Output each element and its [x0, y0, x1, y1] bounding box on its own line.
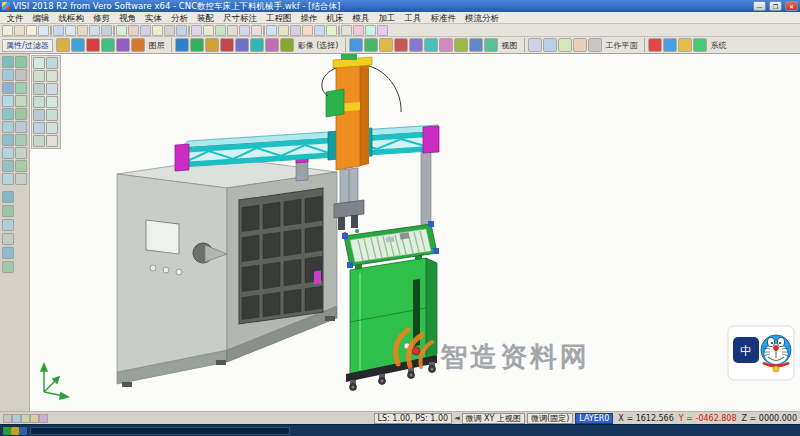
sidebar-tool-icon[interactable] [2, 82, 14, 94]
sidebar-tool-icon[interactable] [2, 160, 14, 172]
prompt-icon[interactable] [19, 427, 27, 435]
palette-tool-icon[interactable] [46, 70, 58, 82]
toolbar-icon[interactable] [215, 25, 226, 36]
menu-item[interactable]: 操作 [296, 12, 322, 24]
sidebar-tool-icon[interactable] [15, 82, 27, 94]
toolbar-icon[interactable] [239, 25, 250, 36]
toolbar-icon[interactable] [128, 25, 139, 36]
toolbar-icon[interactable] [469, 38, 483, 52]
menu-item[interactable]: 模具 [348, 12, 374, 24]
toolbar-icon[interactable] [573, 38, 587, 52]
sidebar-tool-icon[interactable] [2, 108, 14, 120]
toolbar-icon[interactable] [394, 38, 408, 52]
toolbar-icon[interactable] [140, 25, 151, 36]
sidebar-tool-icon[interactable] [15, 121, 27, 133]
toolbar-icon[interactable] [693, 38, 707, 52]
menu-item[interactable]: 修剪 [89, 12, 115, 24]
toolbar-icon[interactable] [101, 25, 112, 36]
menu-item[interactable]: 标准件 [426, 12, 461, 24]
toolbar-icon[interactable] [302, 25, 313, 36]
palette-tool-icon[interactable] [46, 122, 58, 134]
toolbar-icon[interactable] [409, 38, 423, 52]
toolbar-icon[interactable] [265, 38, 279, 52]
toolbar-icon[interactable] [227, 25, 238, 36]
menu-item[interactable]: 分析 [167, 12, 193, 24]
toolbar-icon[interactable] [53, 25, 64, 36]
scene-canvas[interactable]: 智造资料网 中 [30, 54, 800, 411]
toolbar-icon[interactable] [26, 25, 37, 36]
sidebar-tool-icon[interactable] [2, 147, 14, 159]
sidebar-tool-icon[interactable] [15, 173, 27, 185]
palette-tool-icon[interactable] [33, 109, 45, 121]
toolbar-icon[interactable] [152, 25, 163, 36]
nudge-mode-selector[interactable]: 微调 XY 上视图 [462, 413, 525, 424]
palette-tool-icon[interactable] [33, 70, 45, 82]
toolbar-icon[interactable] [290, 25, 301, 36]
toolbar-icon[interactable] [588, 38, 602, 52]
toolbar-icon[interactable] [379, 38, 393, 52]
toolbar-icon[interactable] [116, 25, 127, 36]
status-icon[interactable] [39, 414, 48, 423]
toolbar-icon[interactable] [263, 25, 265, 36]
menu-item[interactable]: 尺寸标注 [219, 12, 262, 24]
sidebar-tool-icon[interactable] [15, 134, 27, 146]
sidebar-tool-icon[interactable] [2, 95, 14, 107]
toolbar-icon[interactable] [484, 38, 498, 52]
toolbar-icon[interactable] [314, 25, 325, 36]
toolbar-icon[interactable] [365, 25, 376, 36]
sidebar-tool-icon[interactable] [2, 191, 14, 203]
status-icon[interactable] [12, 414, 21, 423]
status-icon[interactable] [21, 414, 30, 423]
sidebar-tool-icon[interactable] [2, 233, 14, 245]
palette-tool-icon[interactable] [46, 57, 58, 69]
nudge-fixed-selector[interactable]: 微调(固定) [527, 413, 573, 424]
minimize-button[interactable]: — [753, 1, 766, 11]
maximize-button[interactable]: ❐ [769, 1, 782, 11]
sidebar-tool-icon[interactable] [15, 95, 27, 107]
sidebar-tool-icon[interactable] [2, 261, 14, 273]
toolbar-icon[interactable] [14, 25, 25, 36]
status-icon[interactable] [30, 414, 39, 423]
menu-item[interactable]: 模流分析 [461, 12, 504, 24]
toolbar-icon[interactable] [439, 38, 453, 52]
collapse-arrow-icon[interactable]: ◄ [454, 414, 459, 422]
toolbar-icon[interactable] [175, 38, 189, 52]
toolbar-icon[interactable] [235, 38, 249, 52]
menu-item[interactable]: 实体 [141, 12, 167, 24]
active-layer-chip[interactable]: LAYER0 [575, 413, 613, 424]
toolbar-icon[interactable] [528, 38, 542, 52]
toolbar-icon[interactable] [266, 25, 277, 36]
toolbar-icon[interactable] [116, 38, 130, 52]
menu-item[interactable]: 视角 [115, 12, 141, 24]
toolbar-icon[interactable] [188, 25, 190, 36]
toolbar-icon[interactable] [38, 25, 49, 36]
properties-filter-tab[interactable]: 属性/过滤器 [2, 39, 53, 52]
menu-item[interactable]: 工程图 [262, 12, 297, 24]
status-icon[interactable] [3, 414, 12, 423]
palette-tool-icon[interactable] [46, 96, 58, 108]
menu-item[interactable]: 加工 [374, 12, 400, 24]
toolbar-icon[interactable] [89, 25, 100, 36]
palette-tool-icon[interactable] [46, 109, 58, 121]
prompt-icon[interactable] [3, 427, 11, 435]
toolbar-icon[interactable] [101, 38, 115, 52]
toolbar-icon[interactable] [250, 38, 264, 52]
toolbar-icon[interactable] [326, 25, 337, 36]
toolbar-icon[interactable] [50, 25, 52, 36]
cnc-machine-model[interactable] [117, 158, 337, 387]
toolbar-icon[interactable] [220, 38, 234, 52]
menu-item[interactable]: 编辑 [28, 12, 54, 24]
palette-tool-icon[interactable] [33, 135, 45, 147]
toolbar-icon[interactable] [205, 38, 219, 52]
sidebar-tool-icon[interactable] [2, 247, 14, 259]
menu-item[interactable]: 机床 [322, 12, 348, 24]
toolbar-icon[interactable] [341, 25, 352, 36]
toolbar-icon[interactable] [278, 25, 289, 36]
palette-tool-icon[interactable] [33, 122, 45, 134]
sidebar-tool-icon[interactable] [15, 69, 27, 81]
toolbar-icon[interactable] [77, 25, 88, 36]
sidebar-tool-icon[interactable] [15, 56, 27, 68]
palette-tool-icon[interactable] [33, 96, 45, 108]
menu-item[interactable]: 线框构 [54, 12, 89, 24]
prompt-icon[interactable] [11, 427, 19, 435]
